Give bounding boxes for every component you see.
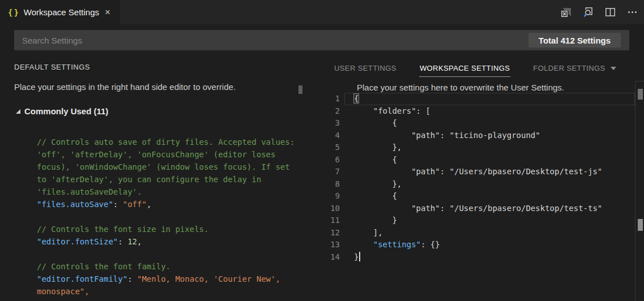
right-scrollbar-thumb[interactable] <box>638 89 643 100</box>
code-segment: to 'afterDelay', you can configure the d… <box>37 175 261 184</box>
code-segment: 'files.autoSaveDelay'. <box>37 187 142 196</box>
code-text: ], <box>354 228 383 237</box>
code-line: 'off', 'afterDelay', 'onFocusChange' (ed… <box>0 148 306 161</box>
code-line: 5 }, <box>313 141 644 154</box>
code-segment: }, <box>354 179 402 188</box>
tab-title: Workspace Settings <box>24 7 99 17</box>
code-line: 11 } <box>313 214 644 227</box>
code-line: 'files.autoSaveDelay'. <box>0 186 306 198</box>
code-line: // Controls auto save of dirty files. Ac… <box>0 136 306 148</box>
code-segment: "folders": [ <box>354 106 430 115</box>
code-text: "settings": {} <box>354 240 440 249</box>
line-number: 11 <box>313 214 340 227</box>
code-line: // Controls the font size in pixels. <box>0 223 306 235</box>
code-segment: } <box>354 252 359 261</box>
code-segment: "path": "/Users/bpasero/Desktop/test-ts" <box>354 204 602 213</box>
code-segment: "editor.fontSize" <box>37 237 118 246</box>
code-segment: "Menlo, Monaco, 'Courier New', <box>137 274 280 283</box>
line-number: 3 <box>313 117 340 130</box>
search-settings-icon[interactable] <box>582 7 594 18</box>
code-text: // Controls the font size in pixels. <box>37 225 208 234</box>
split-editor-icon[interactable] <box>604 7 616 18</box>
code-segment: "path": "/Users/bpasero/Desktop/test-js" <box>354 167 602 176</box>
workspace-settings-json-editor[interactable]: 1{2 "folders": [3 {4 "path": "ticino-pla… <box>313 93 644 301</box>
workspace-settings-pane: USER SETTINGS WORKSPACE SETTINGS FOLDER … <box>313 55 644 301</box>
current-line-highlight <box>344 93 635 105</box>
close-icon[interactable]: × <box>105 7 110 17</box>
code-segment: "off" <box>123 200 147 209</box>
editor-tab-bar: {} Workspace Settings × <box>0 0 644 24</box>
code-segment: // Controls the font family. <box>37 262 170 271</box>
code-segment <box>354 240 373 249</box>
code-segment: { <box>354 94 359 103</box>
section-commonly-used[interactable]: Commonly Used (11) <box>16 106 108 116</box>
code-segment: { <box>354 118 397 127</box>
section-label: Commonly Used (11) <box>24 106 108 116</box>
code-text: { <box>354 191 397 200</box>
code-line: "editor.fontFamily": "Menlo, Monaco, 'Co… <box>0 273 306 285</box>
line-number: 12 <box>313 227 340 239</box>
code-line: 3 { <box>313 117 644 130</box>
line-number: 7 <box>313 166 340 178</box>
code-line: 2 "folders": [ <box>313 105 644 118</box>
tab-folder-settings[interactable]: FOLDER SETTINGS <box>533 64 616 72</box>
code-segment: "path": "ticino-playground" <box>354 131 540 140</box>
json-braces-icon: {} <box>8 8 20 17</box>
code-line: 1{ <box>313 93 644 105</box>
line-number: 8 <box>313 178 340 191</box>
code-text: 'files.autoSaveDelay'. <box>37 187 142 196</box>
code-text: "path": "ticino-playground" <box>354 131 540 140</box>
scrollbar-left-border <box>635 81 636 301</box>
editor-actions <box>560 0 638 24</box>
line-number: 6 <box>313 154 340 166</box>
code-text: to 'afterDelay', you can configure the d… <box>37 175 261 184</box>
default-settings-description: Place your settings in the right hand si… <box>14 82 236 92</box>
left-scrollbar-thumb[interactable] <box>298 85 302 94</box>
default-settings-header: DEFAULT SETTINGS <box>14 63 90 71</box>
code-text: 'off', 'afterDelay', 'onFocusChange' (ed… <box>37 150 275 159</box>
chevron-down-icon[interactable] <box>611 67 616 70</box>
settings-scope-tabs: USER SETTINGS WORKSPACE SETTINGS FOLDER … <box>334 64 616 72</box>
code-text: monospace", <box>37 287 89 296</box>
code-segment: monospace", <box>37 287 89 296</box>
code-text: "editor.fontSize": 12, <box>37 237 142 246</box>
code-segment: "files.autoSave" <box>37 200 113 209</box>
line-number: 14 <box>313 251 340 264</box>
settings-count-badge: Total 412 Settings <box>528 33 621 48</box>
code-segment: // Controls auto save of dirty files. Ac… <box>37 137 295 147</box>
code-line: 4 "path": "ticino-playground" <box>313 130 644 142</box>
code-segment: "editor.fontFamily" <box>37 274 127 283</box>
code-line: 14} <box>313 251 644 264</box>
more-actions-icon[interactable] <box>626 7 638 18</box>
code-line: 12 ], <box>313 227 644 239</box>
line-number: 4 <box>313 130 340 142</box>
code-segment: : {} <box>421 240 440 249</box>
code-text: "folders": [ <box>354 106 430 115</box>
tab-workspace-settings-scope[interactable]: WORKSPACE SETTINGS <box>420 64 510 72</box>
code-segment: focus), 'onWindowChange' (window loses f… <box>37 162 290 171</box>
code-segment: , <box>147 200 151 209</box>
tab-folder-settings-label: FOLDER SETTINGS <box>533 64 605 72</box>
code-line: 8 }, <box>313 178 644 191</box>
code-segment: : <box>118 237 127 246</box>
code-line: 13 "settings": {} <box>313 239 644 251</box>
code-text: { <box>354 94 359 103</box>
code-line: to 'afterDelay', you can configure the d… <box>0 173 306 186</box>
code-text: }, <box>354 143 402 152</box>
code-text: } <box>354 216 397 225</box>
code-line: 7 "path": "/Users/bpasero/Desktop/test-j… <box>313 166 644 178</box>
code-segment: { <box>354 155 397 164</box>
code-text: // Controls auto save of dirty files. Ac… <box>37 137 295 147</box>
code-segment: : <box>127 274 137 283</box>
overview-ruler-cursor-marker <box>638 219 643 231</box>
code-line: monospace", <box>0 285 306 298</box>
text-cursor <box>359 252 360 261</box>
tab-user-settings[interactable]: USER SETTINGS <box>334 64 396 72</box>
open-preview-icon[interactable] <box>560 7 572 18</box>
expand-twistie-icon[interactable] <box>16 109 20 114</box>
code-segment: ], <box>354 228 383 237</box>
tab-workspace-settings[interactable]: {} Workspace Settings × <box>0 0 120 24</box>
code-text: focus), 'onWindowChange' (window loses f… <box>37 162 290 171</box>
code-line <box>0 248 306 260</box>
vscode-settings-editor: {} Workspace Settings × <box>0 0 644 301</box>
